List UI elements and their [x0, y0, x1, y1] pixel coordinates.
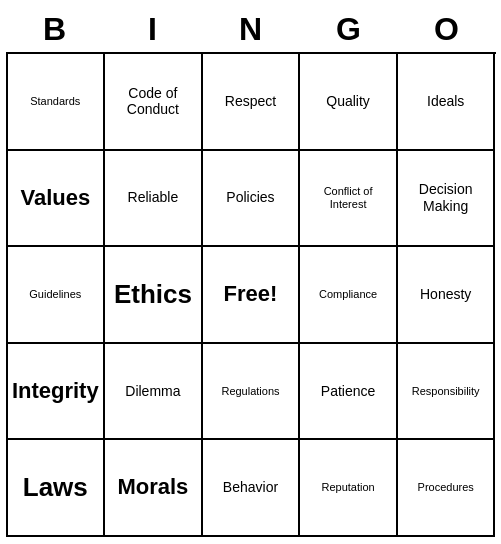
bingo-cell: Free!: [203, 247, 301, 344]
bingo-cell: Respect: [203, 54, 301, 151]
bingo-cell: Decision Making: [398, 151, 496, 248]
bingo-cell: Code of Conduct: [105, 54, 203, 151]
bingo-cell: Ethics: [105, 247, 203, 344]
bingo-cell: Procedures: [398, 440, 496, 537]
bingo-cell: Conflict of Interest: [300, 151, 398, 248]
bingo-cell: Policies: [203, 151, 301, 248]
bingo-cell: Integrity: [8, 344, 106, 441]
header-letter: O: [398, 11, 496, 48]
bingo-cell: Reliable: [105, 151, 203, 248]
bingo-card: BINGO StandardsCode of ConductRespectQua…: [6, 7, 496, 537]
bingo-grid: StandardsCode of ConductRespectQualityId…: [6, 52, 496, 537]
header-letter: G: [300, 11, 398, 48]
bingo-cell: Standards: [8, 54, 106, 151]
bingo-cell: Honesty: [398, 247, 496, 344]
bingo-cell: Values: [8, 151, 106, 248]
bingo-cell: Patience: [300, 344, 398, 441]
bingo-cell: Reputation: [300, 440, 398, 537]
bingo-cell: Regulations: [203, 344, 301, 441]
header-letter: B: [6, 11, 104, 48]
bingo-cell: Laws: [8, 440, 106, 537]
bingo-cell: Compliance: [300, 247, 398, 344]
bingo-cell: Behavior: [203, 440, 301, 537]
bingo-cell: Guidelines: [8, 247, 106, 344]
bingo-header: BINGO: [6, 7, 496, 52]
bingo-cell: Dilemma: [105, 344, 203, 441]
header-letter: N: [202, 11, 300, 48]
bingo-cell: Morals: [105, 440, 203, 537]
bingo-cell: Ideals: [398, 54, 496, 151]
bingo-cell: Quality: [300, 54, 398, 151]
header-letter: I: [104, 11, 202, 48]
bingo-cell: Responsibility: [398, 344, 496, 441]
